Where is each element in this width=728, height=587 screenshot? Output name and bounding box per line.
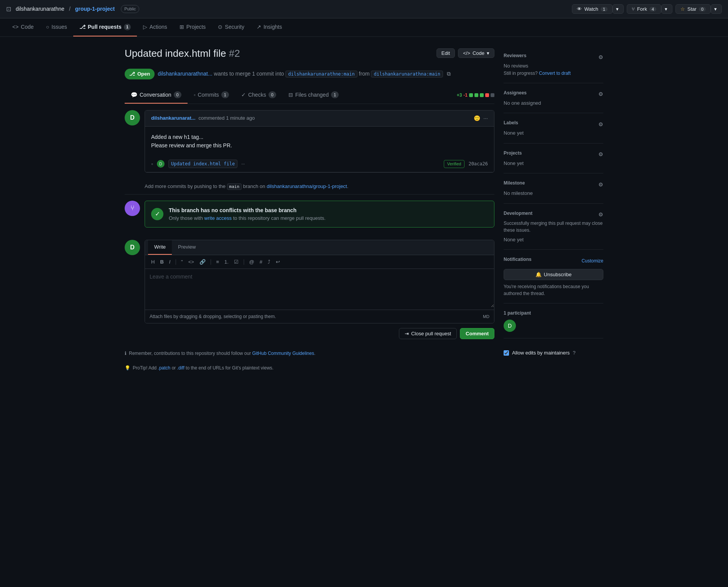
task-list-btn[interactable]: ☑ (232, 257, 240, 267)
markdown-icon: MD (483, 313, 489, 320)
fork-dropdown[interactable]: ▾ (661, 4, 672, 14)
customize-link[interactable]: Customize (581, 257, 603, 264)
merge-status-subtext: Only those with write access to this rep… (169, 214, 326, 222)
attach-text: Attach files by dragging & dropping, sel… (150, 313, 276, 320)
nav-actions[interactable]: ▷ Actions (137, 18, 173, 36)
fork-icon: ⑂ (632, 6, 635, 12)
star-group: ☆ Star 0 ▾ (675, 4, 722, 14)
italic-btn[interactable]: I (168, 257, 172, 267)
fork-button[interactable]: ⑂ Fork 4 (627, 4, 661, 14)
mention-btn[interactable]: @ (248, 257, 256, 267)
nav-code[interactable]: <> Code (6, 18, 40, 36)
patch-link[interactable]: .patch (158, 365, 171, 371)
allow-edits-checkbox[interactable] (504, 350, 509, 356)
merge-icon: ⑂ (125, 201, 140, 216)
verified-badge: Verified (444, 160, 465, 168)
bold-btn[interactable]: B (158, 257, 165, 267)
nav-insights[interactable]: ↗ Insights (250, 18, 288, 36)
comment-author[interactable]: dilshankarunarat... (151, 114, 196, 122)
heading-btn[interactable]: H (150, 257, 156, 267)
ref-btn[interactable]: # (258, 257, 264, 267)
assignees-value: No one assigned (504, 99, 603, 107)
watch-count: 1 (601, 7, 608, 12)
link-btn[interactable]: 🔗 (198, 257, 207, 267)
reviewers-gear-icon[interactable]: ⚙ (598, 53, 603, 61)
write-tab[interactable]: Write (148, 240, 172, 255)
close-pr-button[interactable]: ⇥ Close pull request (399, 328, 457, 339)
participant-avatar[interactable]: D (504, 320, 516, 332)
diff-link[interactable]: .diff (177, 365, 184, 371)
files-icon: ⊟ (288, 91, 293, 99)
nav-security[interactable]: ⊙ Security (212, 18, 250, 36)
nav-projects[interactable]: ⊞ Projects (173, 18, 212, 36)
tab-files-changed[interactable]: ⊟ Files changed 1 (282, 87, 345, 104)
watch-button[interactable]: 👁 Watch 1 (572, 4, 612, 14)
diff-block-5 (491, 93, 494, 97)
write-access-link[interactable]: write access (204, 215, 232, 221)
source-branch[interactable]: dilshankarunarathna:main (371, 71, 443, 77)
diff-deletions: -1 (463, 92, 468, 99)
tab-commits[interactable]: ◦ Commits 1 (188, 87, 235, 104)
push-note: Add more commits by pushing to the main … (125, 179, 494, 195)
write-actions: ⇥ Close pull request Comment (145, 328, 494, 339)
community-guidelines-link[interactable]: GitHub Community Guidelines (252, 351, 314, 356)
convert-draft-link[interactable]: Convert to draft (539, 71, 571, 76)
nav-pull-requests[interactable]: ⎇ Pull requests 1 (73, 18, 137, 36)
repo-link[interactable]: dilshankarunarathna/group-1-project (267, 183, 347, 189)
projects-icon: ⊞ (180, 23, 184, 31)
sub-nav: <> Code ○ Issues ⎇ Pull requests 1 ▷ Act… (0, 18, 728, 37)
commit-hash[interactable]: 20aca26 (468, 160, 488, 167)
more-options-button[interactable]: ··· (483, 114, 488, 122)
emoji-button[interactable]: 🙂 (474, 114, 480, 122)
edit-button[interactable]: Edit (436, 48, 455, 58)
pr-count-badge: 1 (124, 24, 131, 30)
tab-checks[interactable]: ✓ Checks 0 (235, 87, 282, 104)
undo-btn[interactable]: ↩ (274, 257, 282, 267)
labels-gear-icon[interactable]: ⚙ (598, 120, 603, 129)
assignees-gear-icon[interactable]: ⚙ (598, 90, 603, 98)
merge-status-card: ✓ This branch has no conflicts with the … (145, 201, 494, 228)
branch-code: main (227, 183, 242, 190)
projects-gear-icon[interactable]: ⚙ (598, 150, 603, 158)
comment-textarea[interactable] (145, 269, 494, 307)
nav-issues[interactable]: ○ Issues (40, 18, 73, 36)
pr-status-badge: ⎇ Open (125, 69, 155, 79)
repo-name[interactable]: group-1-project (75, 5, 115, 13)
preview-tab[interactable]: Preview (172, 240, 202, 255)
watch-dropdown[interactable]: ▾ (613, 4, 624, 14)
comment-button[interactable]: Comment (460, 328, 494, 339)
pr-number: #2 (229, 48, 240, 59)
fork-label: Fork (637, 6, 647, 12)
write-tabs: Write Preview (145, 240, 494, 255)
merge-status-title: This branch has no conflicts with the ba… (169, 206, 326, 214)
watch-group: 👁 Watch 1 ▾ (572, 4, 623, 14)
help-icon[interactable]: ? (573, 349, 575, 357)
target-branch[interactable]: dilshankarunarathne:main (285, 71, 357, 77)
code-button[interactable]: </> Code ▾ (458, 48, 494, 58)
star-button[interactable]: ☆ Star 0 (675, 4, 711, 14)
commit-options[interactable]: ··· (241, 161, 245, 167)
write-toolbar: H B I | " <> 🔗 | ≡ 1. ☑ | @ # ⤴ (145, 255, 494, 269)
sidebar-notifications: Notifications Customize 🔔 Unsubscribe Yo… (504, 250, 603, 303)
bullet-list-btn[interactable]: ≡ (215, 257, 221, 267)
security-icon: ⊙ (218, 23, 222, 31)
repo-owner[interactable]: dilshankarunarathne (16, 5, 64, 13)
star-count: 0 (699, 7, 706, 12)
unsubscribe-button[interactable]: 🔔 Unsubscribe (504, 269, 603, 280)
attach-btn[interactable]: ⤴ (266, 257, 272, 267)
milestone-gear-icon[interactable]: ⚙ (598, 181, 603, 189)
comment-section: D dilshankarunarat... commented 1 minute… (125, 110, 494, 179)
commit-message[interactable]: Updated index.html file (168, 160, 237, 168)
star-dropdown[interactable]: ▾ (711, 4, 722, 14)
comment-header: dilshankarunarat... commented 1 minute a… (145, 110, 494, 127)
ordered-list-btn[interactable]: 1. (223, 257, 230, 267)
labels-label: Labels (504, 119, 518, 126)
tab-conversation[interactable]: 💬 Conversation 0 (125, 87, 188, 104)
development-text: Successfully merging this pull request m… (504, 220, 603, 234)
quote-btn[interactable]: " (180, 257, 184, 267)
projects-label: Projects (504, 150, 522, 157)
development-gear-icon[interactable]: ⚙ (598, 211, 603, 219)
code-btn[interactable]: <> (187, 257, 196, 267)
diff-additions: +3 (457, 92, 462, 99)
diff-stats: +3 -1 (457, 92, 494, 99)
